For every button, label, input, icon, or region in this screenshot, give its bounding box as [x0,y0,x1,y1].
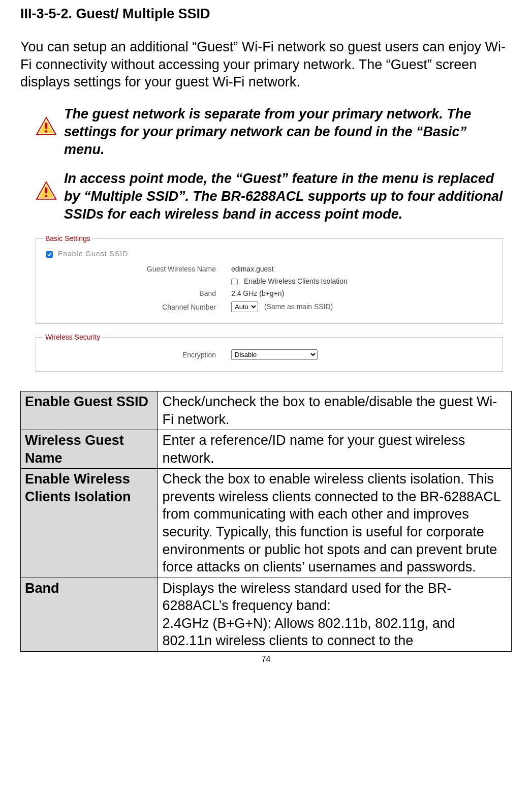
table-row: Wireless Guest Name Enter a reference/ID… [21,430,512,469]
wireless-security-fieldset: Wireless Security Encryption Disable [36,333,503,372]
setting-label: Enable Guest SSID [21,391,158,430]
settings-table: Enable Guest SSID Check/uncheck the box … [20,391,512,652]
config-screenshot: Basic Settings Enable Guest SSID Guest W… [36,234,512,372]
table-row: Enable Guest SSID Check/uncheck the box … [21,391,512,430]
svg-rect-2 [45,188,47,194]
note-block-2: In access point mode, the “Guest” featur… [20,170,512,223]
guest-wireless-name-label: Guest Wireless Name [43,265,231,273]
section-heading: III-3-5-2. Guest/ Multiple SSID [20,6,512,22]
note-1-text: The guest network is separate from your … [64,105,507,159]
setting-description: Check/uncheck the box to enable/disable … [158,391,512,430]
encryption-label: Encryption [43,351,231,359]
basic-settings-legend: Basic Settings [43,234,92,243]
guest-wireless-name-value: edimax.guest [231,265,273,273]
table-row: Enable Wireless Clients Isolation Check … [21,469,512,578]
basic-settings-fieldset: Basic Settings Enable Guest SSID Guest W… [36,234,503,324]
clients-isolation-label: Enable Wireless Clients Isolation [244,277,348,285]
enable-guest-ssid-row: Enable Guest SSID [46,250,495,258]
encryption-select[interactable]: Disable [231,349,318,360]
page-number: 74 [20,655,512,664]
svg-rect-3 [45,195,47,197]
svg-rect-0 [45,123,47,129]
channel-number-label: Channel Number [43,303,231,311]
enable-guest-ssid-label: Enable Guest SSID [58,250,128,258]
setting-description: Displays the wireless standard used for … [158,578,512,651]
note-2-text: In access point mode, the “Guest” featur… [64,170,507,223]
intro-paragraph: You can setup an additional “Guest” Wi-F… [20,38,512,91]
band-label: Band [43,289,231,297]
wireless-security-legend: Wireless Security [43,333,102,341]
setting-description: Check the box to enable wireless clients… [158,469,512,578]
setting-label: Enable Wireless Clients Isolation [21,469,158,578]
band-value: 2.4 GHz (b+g+n) [231,289,284,297]
channel-note: (Same as main SSID) [264,303,333,311]
setting-label: Band [21,578,158,651]
table-row: Band Displays the wireless standard used… [21,578,512,651]
setting-label: Wireless Guest Name [21,430,158,469]
channel-number-select[interactable]: Auto [231,301,258,312]
enable-guest-ssid-checkbox[interactable] [46,251,53,258]
clients-isolation-checkbox[interactable] [231,279,238,285]
warning-icon [36,181,59,204]
note-block-1: The guest network is separate from your … [20,105,512,159]
svg-rect-1 [45,130,47,132]
warning-icon [36,116,59,139]
setting-description: Enter a reference/ID name for your guest… [158,430,512,469]
